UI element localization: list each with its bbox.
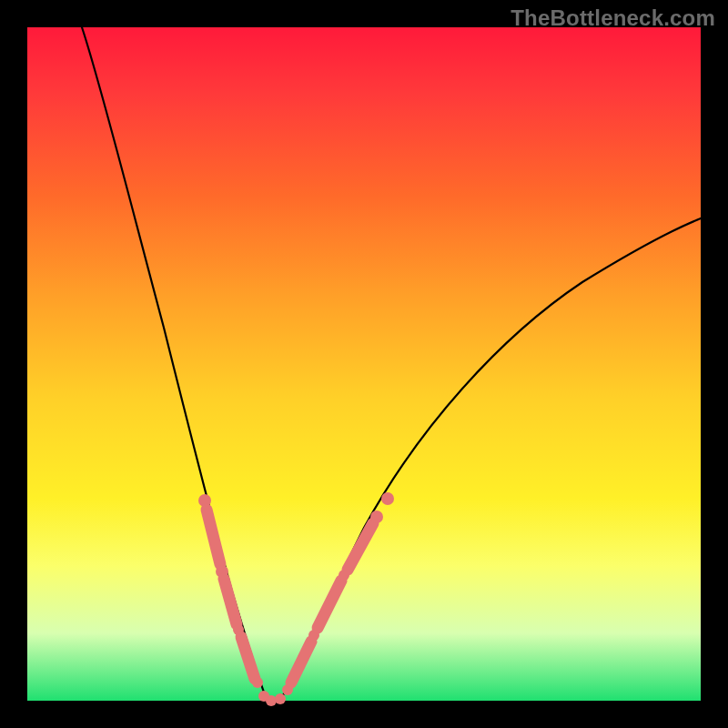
chart-stage: TheBottleneck.com [0,0,728,728]
svg-point-3 [252,677,263,688]
curve-svg [27,27,701,701]
plot-area [27,27,701,701]
bottleneck-curve [82,27,701,701]
svg-point-11 [381,492,394,505]
svg-point-10 [370,511,383,523]
svg-point-6 [275,693,286,704]
highlight-right [282,492,394,695]
highlight-left [198,494,269,702]
svg-point-5 [266,695,277,706]
